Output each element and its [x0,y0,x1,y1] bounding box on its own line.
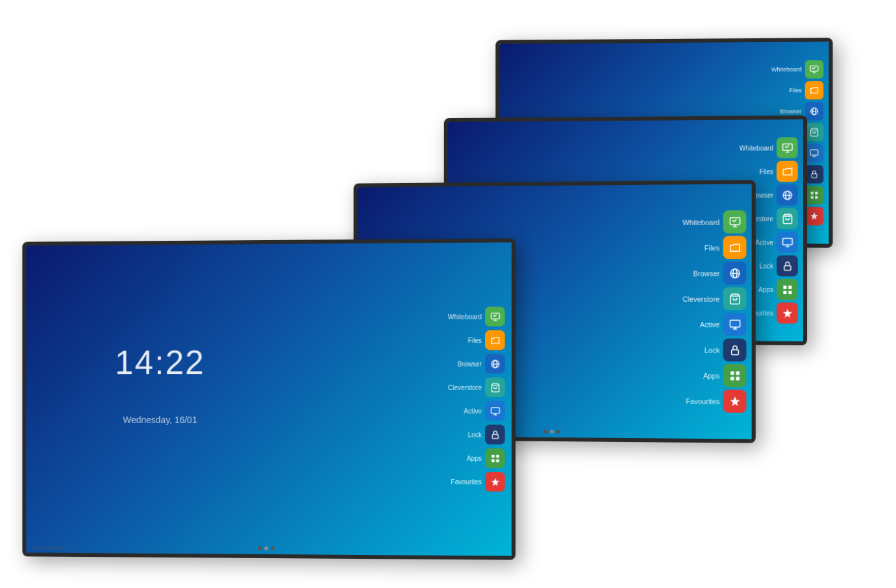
clock-time: 14:22 [115,343,205,382]
browser-icon[interactable] [805,102,824,120]
favourites-icon-1[interactable] [485,472,505,491]
sidebar-item-browser-2[interactable]: Browser [664,262,746,285]
monitor-bar-2 [543,430,560,434]
sidebar-label-lock-1: Lock [449,431,482,438]
sidebar-label-apps-1: Apps [449,454,482,461]
apps-icon[interactable] [805,186,824,204]
monitor-1: 14:22 Wednesday, 16/01 Whiteboard Files [22,238,516,559]
sidebar-item-whiteboard[interactable]: Whiteboard [755,60,824,79]
sidebar-label-lock-2: Lock [680,346,719,354]
cleverstore-icon[interactable] [805,123,824,141]
cleverstore-icon-3[interactable] [777,208,798,229]
active-icon[interactable] [805,144,824,162]
browser-icon-2[interactable] [723,262,747,285]
svg-marker-13 [810,212,818,219]
whiteboard-icon-1[interactable] [485,306,505,326]
sidebar-label-favourites-2: Favourites [680,397,719,405]
svg-rect-36 [731,349,738,354]
sidebar-label-apps-2: Apps [680,371,719,379]
favourites-icon-2[interactable] [723,389,747,413]
sidebar-label-files-1: Files [449,337,482,344]
svg-rect-23 [783,286,786,289]
active-icon-2[interactable] [723,313,747,336]
sidebar-1: Whiteboard Files Browser [426,242,512,556]
apps-icon-2[interactable] [723,364,747,387]
sidebar-item-favourites-2[interactable]: Favourites [664,389,746,413]
apps-icon-3[interactable] [777,279,798,300]
files-icon-3[interactable] [777,161,798,182]
files-icon-2[interactable] [723,236,747,259]
svg-marker-27 [782,308,791,317]
whiteboard-icon-3[interactable] [777,137,798,158]
sidebar-label-whiteboard-2: Whiteboard [680,218,719,226]
sidebar-label-active-2: Active [680,321,719,328]
svg-marker-55 [491,478,499,485]
sidebar-label-browser: Browser [770,108,802,115]
svg-rect-12 [815,196,817,199]
browser-icon-3[interactable] [777,184,798,205]
clock-date: Wednesday, 16/01 [123,415,197,425]
lock-icon-1[interactable] [485,424,505,444]
sidebar-item-whiteboard-1[interactable]: Whiteboard [432,306,505,326]
svg-rect-50 [492,434,498,438]
svg-rect-39 [730,376,734,380]
lock-icon-3[interactable] [777,255,798,276]
sidebar-label-files: Files [770,87,802,93]
svg-rect-53 [492,459,494,461]
sidebar-item-cleverstore-2[interactable]: Cleverstore [664,288,746,310]
sidebar-item-apps-1[interactable]: Apps [432,448,505,469]
sidebar-item-lock-2[interactable]: Lock [664,338,746,361]
sidebar-item-apps-2[interactable]: Apps [664,364,746,387]
sidebar-item-whiteboard-2[interactable]: Whiteboard [664,210,746,234]
active-icon-3[interactable] [777,232,798,252]
screen-1: 14:22 Wednesday, 16/01 Whiteboard Files [26,242,512,556]
svg-rect-54 [496,459,499,461]
svg-rect-5 [810,150,818,155]
sidebar-label-browser-1: Browser [449,360,482,367]
sidebar-label-favourites-1: Favourites [449,478,482,485]
sidebar-item-favourites-1[interactable]: Favourites [432,472,505,492]
apps-icon-1[interactable] [485,448,505,468]
files-icon[interactable] [805,81,824,99]
browser-icon-1[interactable] [485,354,505,373]
active-icon-1[interactable] [485,401,505,421]
sidebar-label-whiteboard-3: Whiteboard [737,144,773,151]
sidebar-item-active-1[interactable]: Active [432,401,505,421]
sidebar-item-files[interactable]: Files [755,81,824,100]
favourites-icon[interactable] [805,207,824,225]
lock-icon[interactable] [805,165,824,183]
sidebar-label-cleverstore-2: Cleverstore [680,295,719,302]
files-icon-1[interactable] [485,330,505,350]
sidebar-label-whiteboard: Whiteboard [770,66,802,73]
cleverstore-icon-1[interactable] [485,378,505,397]
svg-rect-26 [788,290,791,293]
brand-label: CLEVERTOUCH [32,546,68,550]
scene: Whiteboard Files Browser [0,0,896,588]
whiteboard-icon[interactable] [805,60,824,79]
monitor-bar-1 [258,546,275,550]
sidebar-item-browser-1[interactable]: Browser [432,354,505,373]
sidebar-item-active-2[interactable]: Active [664,313,746,336]
svg-rect-33 [730,320,740,327]
svg-rect-38 [736,371,739,374]
lock-icon-2[interactable] [723,338,747,361]
svg-rect-11 [811,196,814,199]
svg-rect-37 [730,371,734,374]
sidebar-label-whiteboard-1: Whiteboard [448,313,482,320]
sidebar-item-cleverstore-1[interactable]: Cleverstore [432,378,505,397]
cleverstore-icon-2[interactable] [723,288,747,310]
svg-rect-8 [812,174,817,178]
sidebar-item-files-3[interactable]: Files [723,161,798,182]
svg-rect-24 [788,286,791,289]
whiteboard-icon-2[interactable] [723,210,747,234]
sidebar-item-files-2[interactable]: Files [664,236,746,259]
favourites-icon-3[interactable] [777,302,798,324]
svg-rect-9 [811,191,814,194]
sidebar-label-browser-2: Browser [680,269,719,277]
svg-rect-47 [491,407,499,413]
sidebar-item-files-1[interactable]: Files [432,330,505,350]
svg-rect-19 [782,238,791,245]
sidebar-2: Whiteboard Files Browser [659,184,752,439]
sidebar-item-whiteboard-3[interactable]: Whiteboard [723,137,798,158]
sidebar-item-lock-1[interactable]: Lock [432,424,505,444]
